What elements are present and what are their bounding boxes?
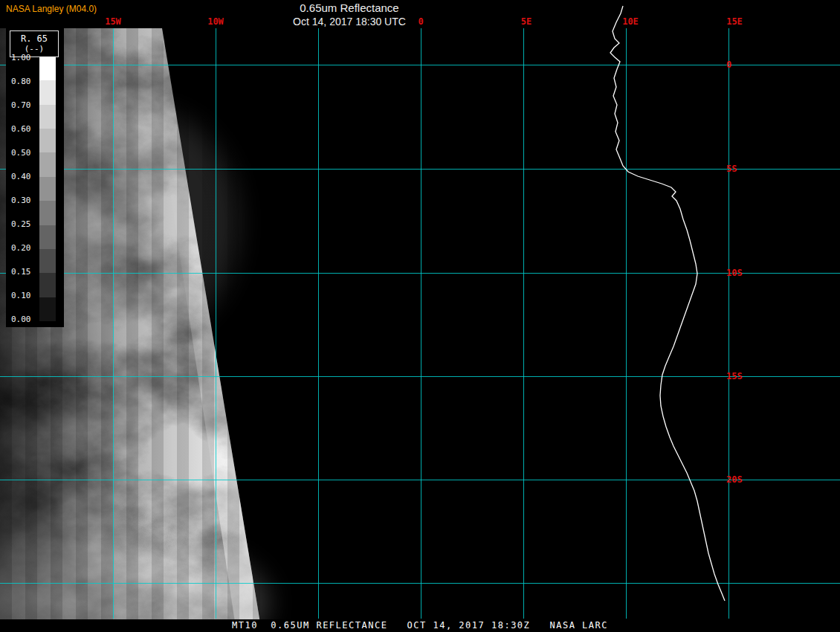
colorbar-title: R. 65 [10,33,58,44]
colorbar-tick: 0.25 [11,220,38,229]
latitude-label: 5S [726,164,737,174]
colorbar-tick: 0.20 [11,244,38,253]
satellite-image-viewport: 0.65um Reflectance Oct 14, 2017 18:30 UT… [0,0,840,632]
footer-caption: MT10 0.65UM REFLECTANCE OCT 14, 2017 18:… [0,619,840,631]
colorbar-tick: 0.10 [11,291,38,300]
colorbar-tick: 0.00 [11,315,38,324]
colorbar-tick: 0.80 [11,77,38,86]
longitude-label: 15W [105,16,121,27]
footer-bar: MT10 0.65UM REFLECTANCE OCT 14, 2017 18:… [0,619,840,632]
longitude-label: 10W [207,16,224,27]
colorbar: R. 65 (--) 1.00 0.80 0.70 0.60 0.50 0.40… [6,28,64,327]
colorbar-ramp [39,57,56,321]
latitude-label: 10S [726,268,743,278]
longitude-label: 0 [418,16,423,27]
colorbar-tick: 0.40 [11,172,38,181]
latitude-label: 0 [726,59,731,70]
colorbar-tick: 0.70 [11,101,38,110]
colorbar-tick: 0.50 [11,149,38,158]
latitude-label: 15S [726,371,743,381]
longitude-label: 10E [622,16,639,27]
africa-coastline [0,0,840,632]
colorbar-tick: 0.15 [11,268,38,277]
longitude-label: 5E [521,16,532,27]
longitude-label: 15E [726,16,743,27]
credit-label: NASA Langley (M04.0) [6,4,97,14]
page-title: 0.65um Reflectance [0,1,699,14]
coastline-path [610,6,725,601]
latitude-label: 20S [726,474,743,485]
colorbar-tick: 0.30 [11,196,38,205]
colorbar-tick: 0.60 [11,125,38,134]
colorbar-tick: 1.00 [11,54,38,62]
